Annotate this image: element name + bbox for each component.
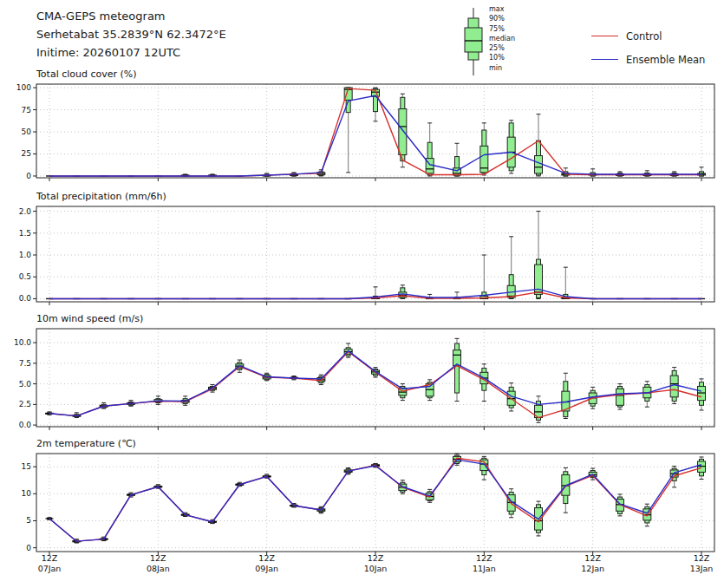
svg-text:2.5: 2.5 <box>19 400 31 408</box>
legend-min-label: min <box>489 63 515 73</box>
time-axis: 12Z07Jan12Z08Jan12Z09Jan12Z10Jan12Z11Jan… <box>0 552 724 586</box>
legend-max-label: max <box>489 4 515 14</box>
control-label: Control <box>626 30 662 42</box>
svg-text:12Z: 12Z <box>258 553 275 563</box>
svg-text:2.0: 2.0 <box>19 207 32 216</box>
svg-text:10Jan: 10Jan <box>364 564 388 573</box>
svg-text:15: 15 <box>22 462 31 471</box>
total-cloud-cover-panel: 0255075100 <box>0 83 724 183</box>
svg-text:10: 10 <box>22 489 32 498</box>
svg-text:12Z: 12Z <box>584 553 601 563</box>
wind-speed-title: 10m wind speed (m/s) <box>36 313 143 324</box>
ensemble-mean-line-swatch <box>591 59 618 60</box>
total-precipitation-panel: 0.00.51.01.52.0 <box>0 206 724 307</box>
svg-text:12Jan: 12Jan <box>581 564 604 573</box>
cloud-cover-title: Total cloud cover (%) <box>36 69 137 80</box>
svg-text:100: 100 <box>16 83 31 92</box>
figure-location: Serhetabat 35.2839°N 62.3472°E <box>36 25 226 43</box>
svg-text:11Jan: 11Jan <box>473 564 496 573</box>
line-legend: Control Ensemble Mean <box>591 24 705 71</box>
meteogram-figure: CMA-GEPS meteogram Serhetabat 35.2839°N … <box>0 0 724 588</box>
svg-text:1.5: 1.5 <box>19 229 31 238</box>
boxplot-legend-glyph <box>460 6 487 77</box>
svg-text:7.5: 7.5 <box>19 359 31 368</box>
svg-text:10.0: 10.0 <box>14 338 31 347</box>
temperature-panel: 051015 <box>0 453 724 557</box>
temperature-title: 2m temperature (℃) <box>36 438 136 449</box>
ensemble-mean-label: Ensemble Mean <box>626 54 705 66</box>
svg-text:75: 75 <box>22 106 31 114</box>
wind-speed-panel: 0.02.55.07.510.0 <box>0 328 724 432</box>
svg-text:5: 5 <box>26 516 31 525</box>
svg-text:5.0: 5.0 <box>19 380 32 389</box>
control-legend-item: Control <box>591 24 705 48</box>
legend-p25-label: 25% <box>489 43 515 53</box>
svg-text:50: 50 <box>22 127 32 136</box>
svg-text:07Jan: 07Jan <box>38 564 62 573</box>
boxplot-legend-labels: max 90% 75% median 25% 10% min <box>489 4 515 73</box>
svg-text:08Jan: 08Jan <box>147 564 170 573</box>
control-line-swatch <box>591 36 618 36</box>
legend-p75-label: 75% <box>489 24 515 34</box>
svg-text:25: 25 <box>22 149 31 158</box>
svg-text:12Z: 12Z <box>368 553 384 563</box>
svg-text:12Z: 12Z <box>476 553 492 563</box>
svg-text:12Z: 12Z <box>150 553 166 563</box>
svg-text:0.0: 0.0 <box>19 421 32 429</box>
legend-median-label: median <box>489 34 515 43</box>
svg-text:0: 0 <box>26 172 31 180</box>
svg-text:12Z: 12Z <box>694 553 710 563</box>
ensemble-mean-legend-item: Ensemble Mean <box>591 48 705 71</box>
svg-text:13Jan: 13Jan <box>690 564 714 573</box>
figure-inittime: Initime: 20260107 12UTC <box>36 43 226 62</box>
figure-title: CMA-GEPS meteogram <box>36 7 226 25</box>
svg-text:09Jan: 09Jan <box>255 564 278 573</box>
svg-text:12Z: 12Z <box>42 553 58 563</box>
legend-p10-label: 10% <box>489 53 515 62</box>
svg-text:0.5: 0.5 <box>19 272 31 281</box>
precipitation-title: Total precipitation (mm/6h) <box>36 191 166 202</box>
svg-text:1.0: 1.0 <box>19 251 32 259</box>
legend-p90-label: 90% <box>489 14 515 23</box>
figure-header: CMA-GEPS meteogram Serhetabat 35.2839°N … <box>36 7 226 62</box>
svg-text:0.0: 0.0 <box>19 294 32 303</box>
